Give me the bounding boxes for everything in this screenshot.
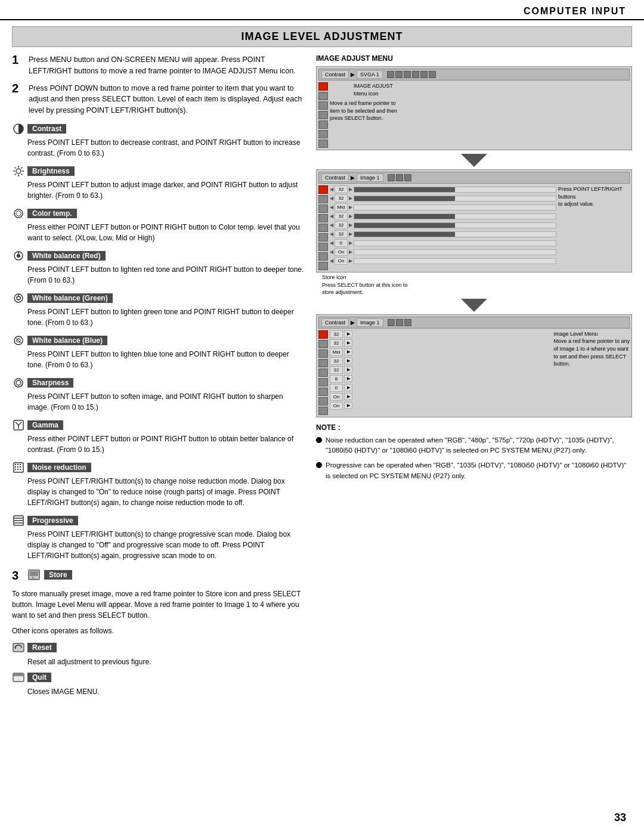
p2-bar-2 [354, 205, 556, 210]
right-column: IMAGE ADJUST MENU Contrast ▶ SVGA 1 [316, 54, 632, 697]
panel3-data-row: 8 ▶ [330, 375, 552, 383]
p3-si-6 [318, 378, 328, 386]
p2-bar-8 [354, 258, 556, 264]
panel3-data-row: Mid ▶ [330, 348, 552, 356]
white-balance-red-icon [12, 249, 25, 262]
panel3-data-row: 32 ▶ [330, 330, 552, 338]
p3-extra-2: ▶ [344, 348, 352, 355]
panel3-data-row: 32 ▶ [330, 357, 552, 365]
panel3-sidebar [318, 330, 328, 415]
p2-ti-1 [388, 174, 395, 181]
progressive-icon [12, 514, 25, 527]
panel3-rows: 32 ▶32 ▶Mid ▶32 ▶32 ▶8 ▶0 ▶On ▶On ▶ [330, 330, 552, 415]
p2-val-6: 0 [335, 239, 348, 247]
p2-si-1 [318, 185, 328, 194]
p2-bar-3 [354, 213, 556, 219]
svg-rect-29 [20, 466, 21, 467]
svg-rect-39 [32, 577, 34, 579]
step-1: 1 Press MENU button and ON-SCREEN MENU w… [12, 54, 304, 77]
panel2-rows: ◀ 32 ▶ ◀ 32 ▶ ◀ Mid ▶ ◀ 32 ▶ ◀ 32 ▶ ◀ 32… [330, 185, 556, 270]
svga-tab: SVGA 1 [357, 70, 383, 79]
brightness-label: Brightness [27, 166, 75, 176]
item-header-progressive: Progressive [12, 514, 304, 527]
item-header-gamma: Gamma [12, 419, 304, 432]
p3-si-2 [318, 340, 328, 348]
p3-ti-1 [388, 319, 395, 326]
tb-icon-1 [387, 71, 394, 78]
panel2-contrast-tab: Contrast [321, 174, 349, 182]
section-title: IMAGE LEVEL ADJUSTMENT [12, 26, 632, 47]
step-3-number: 3 [12, 569, 24, 583]
svg-rect-26 [20, 464, 21, 465]
tb-icon-5 [420, 71, 428, 78]
p2-bar-6 [354, 240, 556, 246]
step-1-number: 1 [12, 53, 24, 77]
menu-icon-label: IMAGE ADJUSTMenu icon [354, 82, 630, 97]
panel2-image-tab: Image 1 [357, 174, 383, 182]
left-column: 1 Press MENU button and ON-SCREEN MENU w… [12, 54, 304, 697]
items-list: ContrastPress POINT LEFT button to decre… [12, 122, 304, 561]
p2-si-9 [318, 262, 328, 270]
sharpness-icon [12, 376, 25, 389]
si-5 [318, 120, 328, 129]
right-col-title: IMAGE ADJUST MENU [316, 54, 632, 63]
svg-point-19 [14, 379, 23, 387]
si-1 [318, 82, 328, 91]
panel2-sidebar [318, 185, 328, 270]
p2-si-4 [318, 214, 328, 222]
color-temp-desc: Press either POINT LEFT button or POINT … [27, 222, 304, 243]
panel2-top-bar: Contrast ▶ Image 1 [318, 172, 630, 184]
step-2-text: Press POINT DOWN button to move a red fr… [29, 83, 304, 116]
p3-val-2: Mid [330, 348, 343, 356]
p3-val-8: On [330, 402, 343, 410]
contrast-label: Contrast [27, 124, 66, 134]
step-2: 2 Press POINT DOWN button to move a red … [12, 83, 304, 116]
noise-reduction-desc: Press POINT LEFT/RIGHT button(s) to chan… [27, 476, 304, 508]
p2-si-5 [318, 224, 328, 232]
panel2-data-row: ◀ 32 ▶ [330, 230, 556, 238]
item-block-color-temp: Color temp.Press either POINT LEFT butto… [12, 207, 304, 243]
quit-text: Closes IMAGE MENU. [27, 686, 304, 697]
panel2-data-row: ◀ On ▶ [330, 257, 556, 265]
item-header-brightness: Brightness [12, 165, 304, 178]
note-section: NOTE : Noise reduction can be operated w… [316, 423, 632, 481]
white-balance-blue-desc: Press POINT LEFT button to lighten blue … [27, 349, 304, 370]
svg-line-8 [21, 167, 23, 168]
contrast-desc: Press POINT LEFT button to decrease cont… [27, 137, 304, 159]
item-block-white-balance-red: White balance (Red)Press POINT LEFT butt… [12, 249, 304, 286]
item-block-brightness: BrightnessPress POINT LEFT button to adj… [12, 165, 304, 201]
item-header-sharpness: Sharpness [12, 376, 304, 389]
panel-2: Contrast ▶ Image 1 [316, 169, 632, 272]
panel3-annotation: Image Level Menu Move a red frame pointe… [553, 330, 630, 415]
progressive-label: Progressive [27, 516, 78, 525]
item-header-white-balance-blue: White balance (Blue) [12, 334, 304, 347]
panel1-body: IMAGE ADJUSTMenu icon Move a red frame p… [318, 82, 630, 148]
step3-text2: Other icons operates as follows. [12, 625, 304, 636]
p3-ti-2 [396, 319, 403, 326]
note-bullet-1 [316, 462, 322, 468]
panel2-data-row: ◀ 32 ▶ [330, 194, 556, 202]
item-block-sharpness: SharpnessPress POINT LEFT button to soft… [12, 376, 304, 413]
p3-extra-1: ▶ [344, 339, 352, 346]
tb-icon-2 [395, 71, 402, 78]
item-header-noise-reduction: Noise reduction [12, 461, 304, 474]
item-block-noise-reduction: Noise reductionPress POINT LEFT/RIGHT bu… [12, 461, 304, 508]
p2-bar-5 [354, 231, 556, 237]
p3-extra-0: ▶ [344, 330, 352, 337]
svg-line-9 [15, 174, 16, 175]
p3-extra-8: ▶ [344, 402, 352, 409]
panel3-data-row: 32 ▶ [330, 339, 552, 347]
panel2-data-row: ◀ 32 ▶ [330, 212, 556, 220]
store-icon [27, 568, 41, 581]
item-header-contrast: Contrast [12, 122, 304, 135]
noise-reduction-icon [12, 461, 25, 474]
step-2-number: 2 [12, 82, 24, 116]
brightness-icon [12, 165, 25, 178]
si-3 [318, 101, 328, 110]
p2-val-1: 32 [335, 194, 348, 202]
step-1-text: Press MENU button and ON-SCREEN MENU wil… [29, 54, 304, 77]
panel3-data-row: On ▶ [330, 393, 552, 401]
p3-extra-6: ▶ [344, 384, 352, 391]
p2-val-2: Mid [335, 203, 348, 211]
sharpness-label: Sharpness [27, 378, 73, 388]
